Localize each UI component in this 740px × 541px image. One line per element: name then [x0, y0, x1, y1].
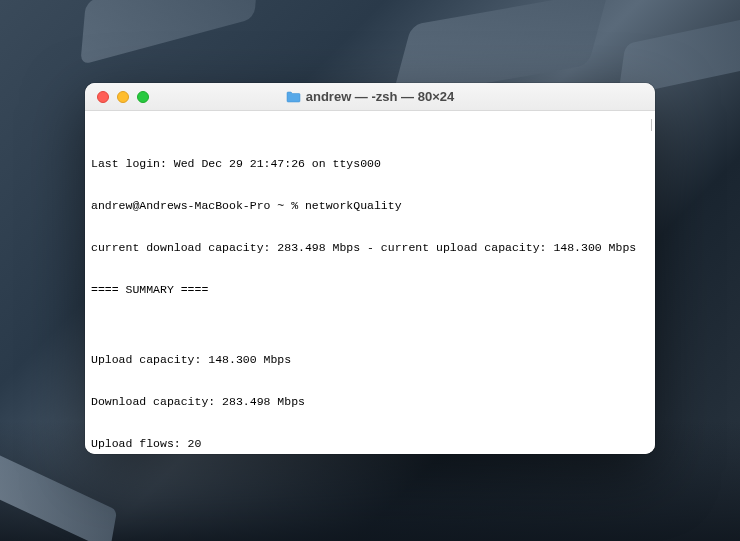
folder-icon	[286, 91, 301, 103]
titlebar[interactable]: andrew — -zsh — 80×24	[85, 83, 655, 111]
terminal-window: andrew — -zsh — 80×24 Last login: Wed De…	[85, 83, 655, 454]
terminal-line: andrew@Andrews-MacBook-Pro ~ % networkQu…	[91, 199, 649, 213]
maximize-button[interactable]	[137, 91, 149, 103]
traffic-lights	[85, 91, 149, 103]
scrollbar-indicator[interactable]	[651, 119, 652, 131]
terminal-content[interactable]: Last login: Wed Dec 29 21:47:26 on ttys0…	[85, 111, 655, 454]
close-button[interactable]	[97, 91, 109, 103]
terminal-line: current download capacity: 283.498 Mbps …	[91, 241, 649, 255]
terminal-line: Upload capacity: 148.300 Mbps	[91, 353, 649, 367]
terminal-line: Last login: Wed Dec 29 21:47:26 on ttys0…	[91, 157, 649, 171]
terminal-line: ==== SUMMARY ====	[91, 283, 649, 297]
window-title-text: andrew — -zsh — 80×24	[306, 89, 454, 104]
minimize-button[interactable]	[117, 91, 129, 103]
terminal-line: Upload flows: 20	[91, 437, 649, 451]
window-title: andrew — -zsh — 80×24	[85, 89, 655, 104]
wallpaper-ship	[80, 0, 259, 65]
terminal-line: Download capacity: 283.498 Mbps	[91, 395, 649, 409]
